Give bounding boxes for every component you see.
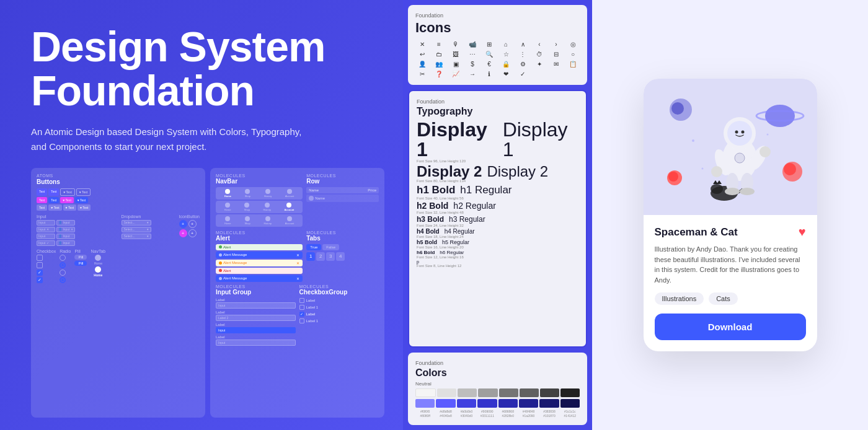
input-group-field4[interactable]: Input [216,340,296,346]
input-mini7[interactable]: Input ✓ [37,240,55,246]
svg-point-5 [784,163,796,175]
input-group-field3[interactable]: Input [216,327,296,333]
tab-icon1[interactable]: 1 [306,252,315,261]
input-group-field1[interactable]: Input [216,302,296,309]
h2-regular: h2 Regular [453,201,496,211]
icon-search: 🔍 [482,51,496,58]
input-mini4[interactable]: 👤 Input ✕ [56,227,75,232]
pill-section: Pill Pill Pill [74,249,87,283]
dropdown-mini[interactable]: Select... ▾ [122,220,151,226]
nav-shop2[interactable]: Shop [244,203,250,211]
row-item: Name [306,195,379,202]
tag-illustrations[interactable]: Illustrations [655,292,704,305]
icon-info: ℹ [482,71,496,77]
dropdown-mini2[interactable]: Select... ▾ [122,227,151,232]
checkbox-checked[interactable]: ✓ [37,270,43,276]
nav-history2[interactable]: History [264,203,271,211]
icon-star: ☆ [499,51,513,58]
tabs-section: Molecules Tabs True False 1 2 3 4 [306,230,379,282]
tab-icon4[interactable]: 4 [336,252,345,261]
nav-account3[interactable]: Account [285,216,294,225]
svg-point-28 [701,168,703,170]
icon-image: 🖼 [449,51,463,58]
icon-euro: € [482,61,496,68]
swatch-blue-8 [560,399,580,408]
icon-mic: 🎙 [449,41,463,48]
tab-icon2[interactable]: 2 [316,252,325,261]
input-mini8[interactable]: 👤 Input [56,240,75,246]
input-mini2[interactable]: 👤 Input [56,220,75,226]
swatch-blue-1 [415,399,435,408]
icon-btn-4[interactable]: + [188,229,197,237]
input-mini3[interactable]: Input ✕ [37,227,55,232]
heart-icon[interactable]: ♥ [799,225,806,239]
icon-more-vert: ⋮ [516,51,529,58]
nav-home2[interactable]: Home [224,203,231,211]
radio-unchecked[interactable] [60,255,66,261]
atoms-label: Atoms [37,173,200,178]
input-group-field2[interactable]: Label 2 [216,315,296,321]
icon-lock: 🔒 [499,61,513,68]
display2-regular: Display 2 [487,164,548,179]
h1-bold: h1 Bold [417,184,455,196]
input-mini6[interactable]: 👤 Input [56,234,75,239]
radio-checked2[interactable] [60,277,66,283]
radio-unchecked2[interactable] [60,270,66,276]
icon-btn-1[interactable]: + [179,220,187,228]
checkbox-unchecked[interactable] [37,255,43,261]
dropdown-mini3[interactable]: Select... ▾ [122,234,151,239]
icon-radio-btn: ○ [566,51,580,58]
icon-undo: ↩ [415,51,429,58]
tab-false[interactable]: False [322,244,339,250]
alert-warning: Alert Message✕ [216,260,303,266]
pill-active[interactable]: Pill [74,261,87,266]
icon-btn-2[interactable]: + [188,220,197,228]
hero-title: Design System Foundation [31,25,384,113]
icon-mail: ✉ [549,61,563,68]
icon-menu: ≡ [432,41,446,48]
card-tags: Illustrations Cats [655,292,806,305]
input-mini[interactable]: Input [37,220,55,226]
svg-point-2 [765,105,795,127]
typography-card: Foundation Typography Display 1 Display … [408,90,587,348]
svg-point-23 [725,188,740,195]
h4-bold: h4 Bold [417,228,440,235]
nav-home[interactable]: Home [224,189,231,198]
btn-blue: Text [48,197,59,203]
nav-shop3[interactable]: Shop [244,216,250,225]
h4-regular: h4 Regular [445,228,475,235]
pill-default[interactable]: Pill [74,255,87,260]
icon-sparkle: ✦ [533,61,546,68]
icon-button-section: IconButton + + + + [179,214,200,246]
h2-meta: Font Size 32, Line Height 48 [417,211,578,214]
typography-eyebrow: Foundation [417,99,578,105]
navtab-home[interactable]: Home [94,255,102,265]
tag-cats[interactable]: Cats [709,292,738,305]
svg-point-15 [735,131,738,134]
icon-btn-3[interactable]: + [179,229,187,237]
checkbox-checked2[interactable]: ✓ [37,277,43,283]
nav-account2[interactable]: Account [284,203,294,211]
tab-icon3[interactable]: 3 [326,252,335,261]
svg-point-19 [711,166,722,177]
btn-ghost3: ♥ Text [63,204,76,211]
icons-card: Foundation Icons ✕ ≡ 🎙 📹 ⊞ ⌂ ∧ ‹ › ◎ ↩ 🗀… [408,5,587,85]
nav-history3[interactable]: History [264,216,272,225]
swatch-4 [478,388,497,397]
icon-grid: ⊞ [482,41,496,48]
illustration-area [644,79,817,215]
icon-home: ⌂ [499,41,513,48]
h1-meta: Font Size 40, Line Height 56 [417,196,578,200]
nav-home3[interactable]: Home [224,216,231,225]
navtab-home2[interactable]: Home [94,266,102,277]
download-button[interactable]: Download [655,314,806,340]
radio-checked[interactable] [60,262,66,268]
icon-heart: ❤ [499,71,513,77]
nav-account[interactable]: Account [285,189,294,198]
checkbox-group-section: Molecules CheckboxGroup Label Label 1 [299,284,379,346]
checkbox-unchecked2[interactable] [37,262,43,268]
input-mini5[interactable]: Input [37,234,55,239]
nav-shop[interactable]: Shop [245,189,250,198]
tab-active[interactable]: True [306,244,321,250]
nav-history[interactable]: History [264,189,272,198]
